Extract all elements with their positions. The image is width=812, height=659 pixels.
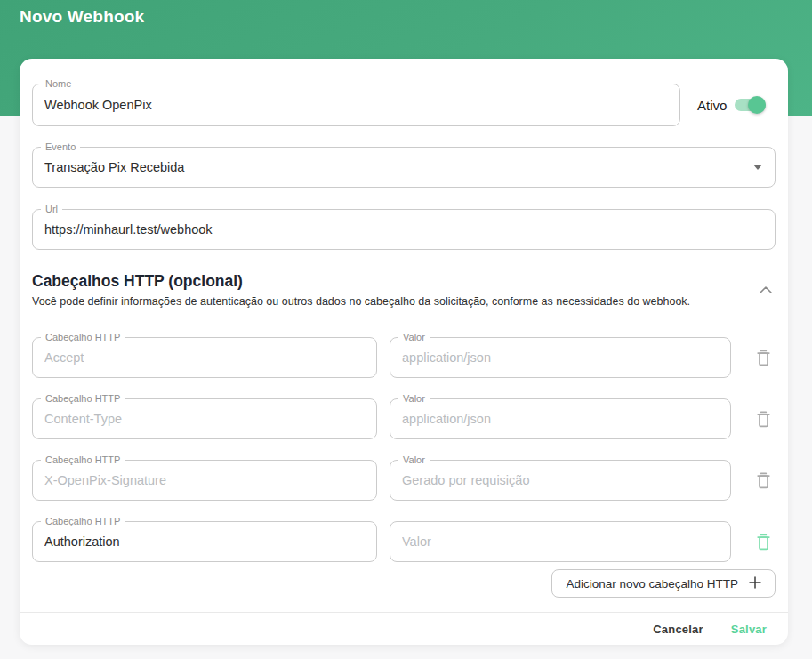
header-key-label: Cabeçalho HTTP [41, 515, 125, 527]
delete-header-button[interactable] [752, 470, 776, 491]
url-row: Url [32, 209, 776, 250]
plus-icon [749, 576, 761, 591]
event-selected-value: Transação Pix Recebida [33, 148, 775, 187]
name-row: Nome Ativo [32, 84, 776, 126]
trash-icon [757, 356, 770, 369]
header-value-label: Valor [398, 331, 430, 343]
add-header-button-label: Adicionar novo cabeçalho HTTP [566, 577, 738, 591]
header-row-4: Cabeçalho HTTP [32, 521, 776, 562]
header-value-input[interactable] [390, 461, 730, 500]
header-key-field: Cabeçalho HTTP [32, 521, 377, 562]
header-key-input[interactable] [33, 338, 376, 377]
header-key-field: Cabeçalho HTTP [32, 460, 377, 501]
header-value-field: Valor [390, 460, 731, 501]
header-value-label: Valor [398, 454, 430, 466]
header-key-label: Cabeçalho HTTP [41, 331, 125, 343]
add-header-row: Adicionar novo cabeçalho HTTP [32, 569, 776, 598]
webhook-form-card: Nome Ativo Evento Transação Pix Recebida… [20, 59, 788, 645]
http-headers-section-header: Cabeçalhos HTTP (opcional) Você pode def… [32, 272, 776, 308]
url-field: Url [32, 209, 776, 250]
header-row-1: Cabeçalho HTTP Valor [32, 337, 776, 378]
header-key-input[interactable] [33, 461, 376, 500]
form-footer: Cancelar Salvar [20, 612, 788, 645]
header-value-field: Valor [390, 337, 731, 378]
header-key-input[interactable] [33, 522, 376, 561]
header-key-input[interactable] [33, 399, 376, 438]
delete-header-button[interactable] [752, 532, 776, 552]
url-input[interactable] [33, 210, 775, 249]
delete-header-button[interactable] [752, 409, 776, 430]
header-value-field: Valor [390, 398, 731, 439]
event-select[interactable]: Evento Transação Pix Recebida [32, 147, 776, 188]
event-field-label: Evento [41, 141, 80, 153]
url-field-label: Url [41, 203, 62, 215]
header-key-label: Cabeçalho HTTP [41, 454, 125, 466]
cancel-button[interactable]: Cancelar [653, 623, 703, 636]
toggle-thumb [748, 96, 766, 114]
http-header-rows: Cabeçalho HTTP Valor Cabeçalho HTTP [32, 337, 776, 562]
header-value-field [390, 521, 731, 562]
delete-header-button[interactable] [752, 348, 776, 368]
trash-icon [757, 478, 770, 492]
http-headers-description: Você pode definir informações de autenti… [32, 295, 690, 308]
trash-icon [757, 540, 770, 553]
page-title: Novo Webhook [0, 0, 812, 27]
collapse-section-button[interactable] [756, 283, 776, 297]
http-headers-section-text: Cabeçalhos HTTP (opcional) Você pode def… [32, 272, 690, 308]
header-value-input[interactable] [390, 399, 730, 438]
save-button[interactable]: Salvar [731, 623, 767, 636]
add-header-button[interactable]: Adicionar novo cabeçalho HTTP [551, 569, 776, 598]
header-value-input[interactable] [390, 522, 730, 561]
name-field-label: Nome [41, 77, 76, 90]
event-row: Evento Transação Pix Recebida [32, 147, 776, 188]
chevron-up-icon [760, 283, 772, 296]
header-key-field: Cabeçalho HTTP [32, 398, 377, 439]
active-toggle[interactable] [735, 96, 766, 114]
header-key-field: Cabeçalho HTTP [32, 337, 377, 378]
trash-icon [757, 417, 770, 430]
header-row-2: Cabeçalho HTTP Valor [32, 398, 776, 439]
http-headers-title: Cabeçalhos HTTP (opcional) [32, 272, 690, 291]
active-toggle-label: Ativo [697, 98, 727, 113]
header-value-label: Valor [398, 392, 430, 405]
header-key-label: Cabeçalho HTTP [41, 392, 125, 405]
name-field: Nome [32, 84, 680, 126]
header-row-3: Cabeçalho HTTP Valor [32, 460, 776, 501]
name-input[interactable] [33, 84, 679, 125]
header-value-input[interactable] [390, 338, 730, 377]
